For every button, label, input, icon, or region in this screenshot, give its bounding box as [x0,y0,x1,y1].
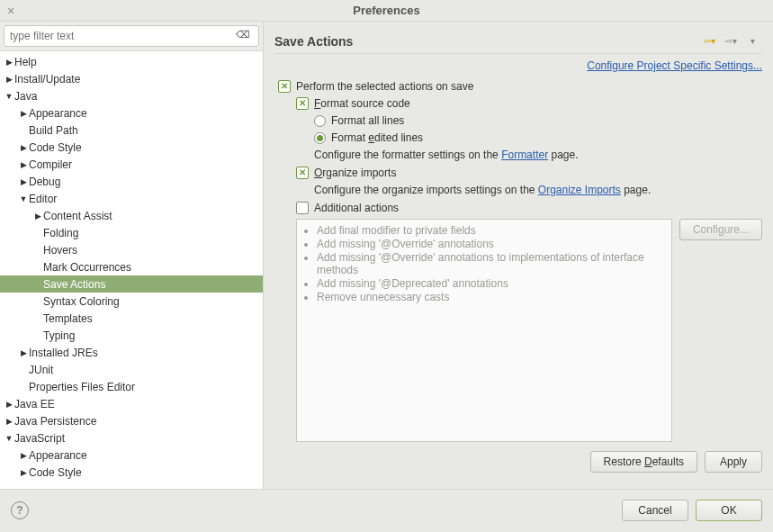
organize-imports-link[interactable]: Organize Imports [538,184,621,196]
expander-icon[interactable]: ▶ [18,109,29,118]
help-icon[interactable]: ? [11,501,29,519]
restore-defaults-button[interactable]: Restore Defaults [590,451,697,473]
tree-item-label: Install/Update [14,73,80,86]
expander-icon[interactable]: ▶ [18,143,29,152]
preferences-tree[interactable]: ▶Help▶Install/Update▼Java▶AppearanceBuil… [0,50,263,489]
tree-item[interactable]: Build Path [0,122,263,139]
project-settings-link[interactable]: Configure Project Specific Settings... [587,59,762,72]
menu-icon[interactable]: ▾ [742,33,762,50]
tree-item-label: Templates [43,312,93,325]
tree-item[interactable]: ▶Java EE [0,395,263,412]
additional-checkbox[interactable] [296,202,309,214]
tree-item[interactable]: Typing [0,327,263,344]
tree-item-label: Properties Files Editor [29,381,135,393]
tree-item[interactable]: ▶Code Style [0,464,263,481]
page-title: Save Actions [274,34,699,49]
tree-item-label: Hovers [43,244,77,257]
expander-icon[interactable]: ▼ [4,434,14,443]
tree-item-label: Appearance [29,449,87,462]
dialog-footer: ? Cancel OK [0,489,773,530]
ok-button[interactable]: OK [696,500,762,521]
list-item: Add final modifier to private fields [317,224,664,237]
tree-item[interactable]: Mark Occurrences [0,258,263,275]
tree-item[interactable]: ▶Appearance [0,446,263,464]
tree-item[interactable]: ▼Java [0,87,263,104]
tree-item[interactable]: ▶Appearance [0,104,263,122]
organize-hint: Configure the organize imports settings … [314,184,762,196]
list-item: Add missing '@Override' annotations to i… [317,251,664,276]
tree-item-label: Build Path [29,124,78,137]
expander-icon[interactable]: ▶ [4,58,14,67]
expander-icon[interactable]: ▶ [4,75,14,84]
perform-label: Perform the selected actions on save [296,80,473,93]
tree-item[interactable]: Templates [0,310,263,327]
tree-item-label: Installed JREs [29,347,98,359]
format-all-label: Format all lines [331,114,404,127]
expander-icon[interactable]: ▼ [18,194,29,203]
format-all-radio[interactable] [314,115,326,127]
main-panel: Save Actions ⇦▾ ⇨▾ ▾ Configure Project S… [264,22,773,489]
tree-item[interactable]: Properties Files Editor [0,378,263,395]
tree-item[interactable]: ▶Debug [0,173,263,190]
back-icon[interactable]: ⇦▾ [699,33,719,50]
formatter-hint: Configure the formatter settings on the … [314,149,762,161]
window-title: Preferences [22,4,751,17]
tree-item[interactable]: ▶Compiler [0,156,263,173]
format-edited-radio[interactable] [314,132,326,144]
format-checkbox[interactable] [296,97,309,110]
filter-input[interactable] [4,25,259,47]
list-item: Remove unnecessary casts [317,291,664,303]
cancel-button[interactable]: Cancel [622,500,688,521]
tree-item-label: Editor [29,193,57,205]
expander-icon[interactable]: ▶ [18,468,29,477]
tree-item[interactable]: ▶Code Style [0,139,263,156]
tree-item[interactable]: Syntax Coloring [0,293,263,310]
tree-item[interactable]: ▶Install/Update [0,70,263,87]
tree-item[interactable]: ▼JavaScript [0,429,263,446]
tree-item[interactable]: Hovers [0,241,263,258]
tree-item-label: Debug [29,176,60,188]
tree-item[interactable]: ▶Installed JREs [0,344,263,361]
tree-item-label: Syntax Coloring [43,295,120,308]
tree-item-label: JavaScript [14,432,65,445]
tree-item[interactable]: JUnit [0,361,263,378]
tree-item[interactable]: Folding [0,224,263,241]
organize-label: Organize imports [314,167,396,179]
format-label: Format source code [314,97,410,110]
tree-item-label: Code Style [29,141,82,154]
expander-icon[interactable]: ▼ [4,92,14,101]
formatter-link[interactable]: Formatter [501,149,548,161]
expander-icon[interactable]: ▶ [32,212,43,221]
forward-icon[interactable]: ⇨▾ [721,33,741,50]
expander-icon[interactable]: ▶ [4,400,14,409]
expander-icon[interactable]: ▶ [4,417,14,426]
expander-icon[interactable]: ▶ [18,177,29,186]
clear-filter-icon[interactable]: ⌫ [236,29,250,41]
sidebar: ⌫ ▶Help▶Install/Update▼Java▶AppearanceBu… [0,22,264,489]
tree-item-label: Typing [43,329,75,342]
close-icon[interactable]: × [0,4,22,18]
expander-icon[interactable]: ▶ [18,451,29,460]
tree-item-label: Java [14,90,37,103]
tree-item[interactable]: Save Actions [0,275,263,293]
tree-item-label: Mark Occurrences [43,261,131,274]
tree-item-label: Help [14,56,37,68]
title-bar: × Preferences [0,0,773,22]
tree-item[interactable]: ▶Content Assist [0,207,263,224]
configure-button: Configure... [679,219,762,240]
toolbar-nav: ⇦▾ ⇨▾ ▾ [699,33,762,50]
perform-checkbox[interactable] [278,80,291,93]
expander-icon[interactable]: ▶ [18,348,29,357]
additional-actions-list: Add final modifier to private fieldsAdd … [296,219,672,442]
tree-item[interactable]: ▶Java Persistence [0,412,263,429]
tree-item[interactable]: ▶Help [0,53,263,70]
tree-item[interactable]: ▼Editor [0,190,263,207]
tree-item-label: Java Persistence [14,415,96,428]
tree-item-label: JUnit [29,364,53,376]
apply-button[interactable]: Apply [705,451,762,473]
expander-icon[interactable]: ▶ [18,160,29,169]
organize-checkbox[interactable] [296,167,309,179]
tree-item-label: Code Style [29,466,82,479]
tree-item-label: Content Assist [43,210,112,222]
tree-item-label: Folding [43,227,78,239]
